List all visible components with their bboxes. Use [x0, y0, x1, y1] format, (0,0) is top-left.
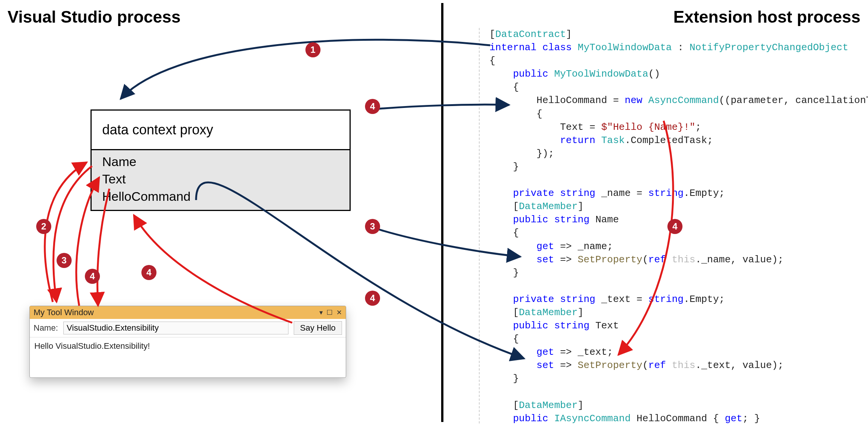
process-divider	[441, 3, 443, 422]
code-line: [DataMember]	[489, 200, 868, 213]
tool-window-title: My Tool Window	[34, 308, 94, 317]
code-line: {	[489, 54, 868, 68]
code-line	[489, 386, 868, 399]
code-line: return Task.CompletedTask;	[489, 134, 868, 147]
badge-3-left: 3	[57, 253, 72, 268]
code-line: set => SetProperty(ref this._text, value…	[489, 359, 868, 372]
badge-4-bottom: 4	[365, 291, 380, 306]
proxy-member-text: Text	[102, 171, 339, 188]
arrow-2-up	[45, 162, 87, 302]
code-line: private string _name = string.Empty;	[489, 187, 868, 200]
badge-2: 2	[36, 219, 51, 234]
tool-window: My Tool Window ▾ ☐ ✕ Name: Say Hello Hel…	[29, 306, 346, 378]
badge-1: 1	[305, 42, 321, 57]
heading-vs-process: Visual Studio process	[8, 8, 181, 26]
tool-window-titlebar: My Tool Window ▾ ☐ ✕	[30, 306, 346, 319]
arrow-2-down	[54, 166, 92, 302]
badge-4-left: 4	[85, 269, 100, 284]
code-line: public IAsyncCommand HelloCommand { get;…	[489, 412, 868, 425]
code-line: }	[489, 266, 868, 280]
code-line: Text = $"Hello {Name}!";	[489, 121, 868, 134]
proxy-member-hellocommand: HelloCommand	[102, 188, 339, 205]
tool-window-output: Hello VisualStudio.Extensibility!	[30, 337, 346, 377]
code-line: public MyToolWindowData()	[489, 68, 868, 81]
close-icon[interactable]: ✕	[336, 308, 342, 317]
code-line: {	[489, 108, 868, 121]
maximize-icon[interactable]: ☐	[327, 308, 333, 317]
name-input[interactable]	[63, 322, 288, 334]
code-line: private string _text = string.Empty;	[489, 293, 868, 306]
dropdown-icon[interactable]: ▾	[319, 308, 323, 317]
badge-3-right: 3	[365, 219, 380, 234]
data-context-proxy-box: data context proxy Name Text HelloComman…	[90, 109, 351, 211]
code-line: });	[489, 147, 868, 160]
heading-extension-host: Extension host process	[673, 8, 860, 26]
code-line: {	[489, 81, 868, 94]
code-line: }	[489, 372, 868, 385]
badge-4-curve: 4	[141, 265, 156, 280]
code-line: [DataMember]	[489, 399, 868, 412]
badge-4-right: 4	[667, 219, 682, 234]
name-label: Name:	[34, 323, 58, 333]
code-line: HelloCommand = new AsyncCommand((paramet…	[489, 94, 868, 107]
proxy-title: data context proxy	[92, 111, 350, 150]
proxy-member-name: Name	[102, 153, 339, 171]
code-line: internal class MyToolWindowData : Notify…	[489, 41, 868, 54]
tool-window-input-row: Name: Say Hello	[30, 319, 346, 337]
code-line	[489, 280, 868, 293]
code-line: get => _name;	[489, 240, 868, 253]
code-line: public string Text	[489, 319, 868, 333]
proxy-members: Name Text HelloCommand	[92, 150, 350, 210]
say-hello-button[interactable]: Say Hello	[294, 321, 342, 335]
code-line: get => _text;	[489, 346, 868, 359]
badge-4-top: 4	[365, 99, 380, 114]
code-line: [DataMember]	[489, 306, 868, 319]
code-line	[489, 174, 868, 187]
code-line: }	[489, 160, 868, 174]
code-line: set => SetProperty(ref this._name, value…	[489, 253, 868, 266]
code-line: {	[489, 333, 868, 346]
code-line: [DataContract]	[489, 28, 868, 41]
